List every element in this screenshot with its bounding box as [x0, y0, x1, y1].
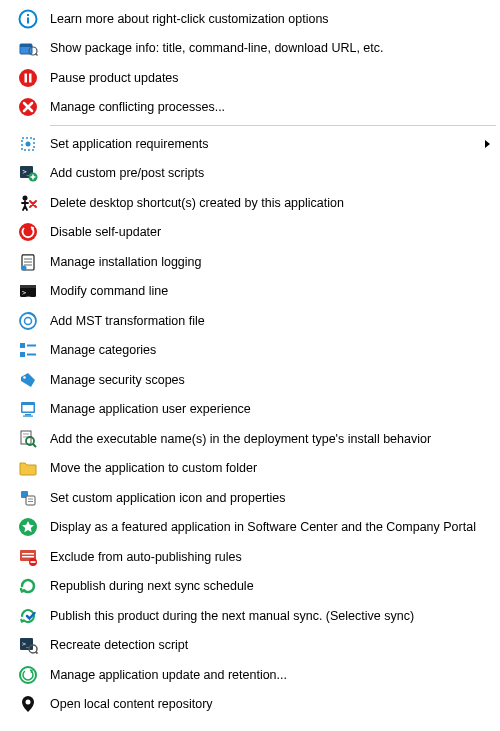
context-menu: Learn more about right-click customizati… [18, 4, 496, 719]
svg-rect-43 [26, 496, 35, 505]
menu-item-featured-app[interactable]: Display as a featured application in Sof… [18, 513, 496, 543]
scripts-icon: >_ [18, 163, 38, 183]
menu-label: Manage installation logging [50, 255, 496, 269]
menu-item-security-scopes[interactable]: Manage security scopes [18, 365, 496, 395]
menu-item-move-folder[interactable]: Move the application to custom folder [18, 454, 496, 484]
svg-rect-48 [22, 553, 34, 555]
svg-rect-49 [22, 556, 34, 558]
svg-text:>_: >_ [22, 640, 30, 648]
menu-item-conflicting-processes[interactable]: Manage conflicting processes... [18, 93, 496, 123]
menu-item-recreate-detection[interactable]: >_ Recreate detection script [18, 631, 496, 661]
menu-item-learn-more[interactable]: Learn more about right-click customizati… [18, 4, 496, 34]
menu-item-install-behavior[interactable]: Add the executable name(s) in the deploy… [18, 424, 496, 454]
disable-updater-icon [18, 222, 38, 242]
menu-label: Publish this product during the next man… [50, 609, 496, 623]
svg-point-57 [26, 700, 31, 705]
menu-label: Republish during next sync schedule [50, 579, 496, 593]
menu-label: Exclude from auto-publishing rules [50, 550, 496, 564]
menu-item-republish[interactable]: Republish during next sync schedule [18, 572, 496, 602]
menu-item-open-repository[interactable]: Open local content repository [18, 690, 496, 720]
svg-rect-35 [25, 414, 31, 416]
svg-rect-2 [27, 14, 29, 16]
menu-item-add-mst[interactable]: Add MST transformation file [18, 306, 496, 336]
svg-point-32 [23, 376, 26, 379]
menu-item-scripts[interactable]: >_ Add custom pre/post scripts [18, 159, 496, 189]
terminal-icon: >_ [18, 281, 38, 301]
menu-label: Modify command line [50, 284, 496, 298]
svg-point-27 [25, 317, 32, 324]
package-info-icon [18, 38, 38, 58]
menu-item-installation-logging[interactable]: Manage installation logging [18, 247, 496, 277]
menu-label: Display as a featured application in Sof… [50, 520, 496, 534]
menu-item-selective-sync[interactable]: Publish this product during the next man… [18, 601, 496, 631]
menu-item-user-experience[interactable]: Manage application user experience [18, 395, 496, 425]
refresh-icon [18, 576, 38, 596]
pause-icon [18, 68, 38, 88]
svg-rect-9 [29, 73, 32, 82]
location-icon [18, 694, 38, 714]
security-tag-icon [18, 370, 38, 390]
menu-label: Add the executable name(s) in the deploy… [50, 432, 496, 446]
menu-label: Recreate detection script [50, 638, 496, 652]
requirements-icon [18, 134, 38, 154]
menu-label: Add MST transformation file [50, 314, 496, 328]
menu-label: Manage application update and retention.… [50, 668, 496, 682]
logging-icon [18, 252, 38, 272]
menu-item-modify-cmdline[interactable]: >_ Modify command line [18, 277, 496, 307]
svg-point-16 [23, 195, 28, 200]
folder-icon [18, 458, 38, 478]
info-icon [18, 9, 38, 29]
menu-item-categories[interactable]: Manage categories [18, 336, 496, 366]
menu-label: Show package info: title, command-line, … [50, 41, 496, 55]
menu-label: Open local content repository [50, 697, 496, 711]
update-retention-icon [18, 665, 38, 685]
conflict-icon [18, 97, 38, 117]
categories-icon [18, 340, 38, 360]
user-experience-icon [18, 399, 38, 419]
svg-rect-4 [20, 44, 32, 47]
menu-label: Pause product updates [50, 71, 496, 85]
menu-label: Manage application user experience [50, 402, 496, 416]
menu-label: Set application requirements [50, 137, 496, 151]
menu-label: Disable self-updater [50, 225, 496, 239]
menu-item-delete-shortcut[interactable]: Delete desktop shortcut(s) created by th… [18, 188, 496, 218]
submenu-arrow-icon [485, 140, 490, 148]
svg-rect-34 [23, 405, 34, 412]
menu-item-requirements[interactable]: Set application requirements [18, 129, 496, 159]
svg-point-22 [22, 265, 27, 270]
menu-label: Delete desktop shortcut(s) created by th… [50, 196, 496, 210]
delete-shortcut-icon [18, 193, 38, 213]
svg-point-12 [26, 141, 31, 146]
detection-script-icon: >_ [18, 635, 38, 655]
mst-icon [18, 311, 38, 331]
svg-rect-28 [20, 343, 25, 348]
menu-label: Manage security scopes [50, 373, 496, 387]
svg-line-41 [33, 444, 36, 447]
svg-text:>_: >_ [22, 289, 31, 297]
svg-rect-24 [20, 285, 36, 288]
menu-item-pause-updates[interactable]: Pause product updates [18, 63, 496, 93]
menu-label: Add custom pre/post scripts [50, 166, 496, 180]
menu-label: Manage conflicting processes... [50, 100, 496, 114]
menu-item-update-retention[interactable]: Manage application update and retention.… [18, 660, 496, 690]
menu-item-package-info[interactable]: Show package info: title, command-line, … [18, 34, 496, 64]
search-doc-icon [18, 429, 38, 449]
properties-icon [18, 488, 38, 508]
svg-point-7 [19, 69, 37, 87]
menu-label: Learn more about right-click customizati… [50, 12, 496, 26]
menu-item-exclude-publish[interactable]: Exclude from auto-publishing rules [18, 542, 496, 572]
svg-rect-36 [23, 416, 33, 417]
exclude-icon [18, 547, 38, 567]
svg-line-55 [36, 652, 38, 654]
menu-item-custom-icon[interactable]: Set custom application icon and properti… [18, 483, 496, 513]
svg-rect-8 [25, 73, 28, 82]
menu-item-disable-self-updater[interactable]: Disable self-updater [18, 218, 496, 248]
svg-rect-1 [27, 17, 29, 23]
menu-label: Move the application to custom folder [50, 461, 496, 475]
menu-label: Set custom application icon and properti… [50, 491, 496, 505]
svg-line-6 [36, 54, 38, 56]
star-badge-icon [18, 517, 38, 537]
selective-sync-icon [18, 606, 38, 626]
svg-rect-29 [20, 352, 25, 357]
separator [50, 125, 496, 126]
